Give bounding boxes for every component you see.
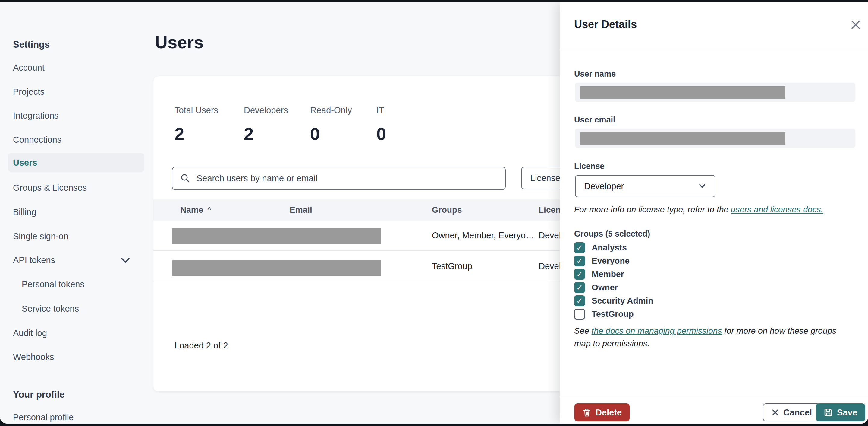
stat-label: Read-Only [310, 105, 352, 115]
group-option-security-admin[interactable]: ✓ Security Admin [574, 294, 653, 307]
app-root: Settings Account Projects Integrations C… [0, 0, 868, 426]
user-name-label: User name [574, 69, 616, 79]
groups-label: Groups (5 selected) [574, 229, 650, 239]
stat-value: 0 [310, 124, 352, 144]
panel-footer: Delete Cancel Save [560, 396, 868, 424]
close-icon [771, 408, 779, 416]
sidebar-item-integrations[interactable]: Integrations [13, 111, 59, 121]
managing-permissions-docs-link[interactable]: the docs on managing permissions [592, 326, 722, 336]
panel-title: User Details [574, 18, 637, 31]
redacted-user-email [581, 132, 785, 144]
sidebar-item-users[interactable]: Users [13, 158, 37, 168]
column-header-name[interactable]: Name^ [180, 205, 211, 215]
sidebar-item-service-tokens[interactable]: Service tokens [22, 304, 79, 314]
your-profile-heading: Your profile [13, 389, 65, 400]
settings-sidebar: Settings Account Projects Integrations C… [0, 2, 153, 424]
license-note: For more info on license type, refer to … [574, 203, 849, 216]
search-input[interactable] [196, 173, 497, 184]
user-name-input[interactable] [575, 83, 855, 102]
group-option-label: TestGroup [592, 309, 633, 319]
redacted-name-email [173, 260, 381, 276]
column-header-groups[interactable]: Groups [432, 205, 462, 215]
group-option-owner[interactable]: ✓ Owner [574, 281, 618, 294]
sidebar-item-api-tokens[interactable]: API tokens [13, 255, 55, 265]
user-email-input[interactable] [575, 129, 855, 148]
delete-button-label: Delete [595, 407, 622, 418]
group-option-member[interactable]: ✓ Member [574, 267, 624, 281]
trash-icon [582, 407, 591, 417]
stat-it: IT 0 [376, 105, 386, 144]
groups-cell: Owner, Member, Everyo… [432, 221, 534, 250]
settings-heading: Settings [13, 39, 50, 50]
delete-button[interactable]: Delete [575, 403, 629, 422]
sidebar-item-groups-licenses[interactable]: Groups & Licenses [13, 183, 87, 193]
user-email-label: User email [574, 115, 615, 124]
group-option-label: Security Admin [592, 296, 653, 306]
stat-value: 2 [175, 124, 218, 144]
stat-developers: Developers 2 [244, 105, 288, 144]
page-title: Users [155, 32, 204, 52]
checkbox-unchecked-icon[interactable] [574, 309, 585, 319]
checkbox-checked-icon[interactable]: ✓ [574, 256, 585, 266]
license-label: License [574, 162, 604, 171]
license-select-value: Developer [584, 181, 624, 191]
sidebar-item-single-sign-on[interactable]: Single sign-on [13, 231, 68, 242]
sidebar-item-personal-tokens[interactable]: Personal tokens [22, 279, 84, 289]
search-icon [180, 173, 190, 183]
group-option-label: Member [592, 269, 624, 279]
stat-total-users: Total Users 2 [175, 105, 218, 144]
permissions-note-text: See [574, 326, 592, 336]
sidebar-item-projects[interactable]: Projects [13, 87, 44, 97]
save-icon [824, 408, 833, 417]
chevron-down-icon[interactable] [119, 256, 131, 265]
save-button-label: Save [837, 407, 858, 418]
stat-label: Developers [244, 105, 288, 115]
license-note-text: For more info on license type, refer to … [574, 205, 731, 214]
redacted-name-email [173, 228, 381, 244]
stat-label: IT [376, 105, 386, 115]
stat-label: Total Users [175, 105, 218, 115]
group-option-label: Analysts [592, 243, 627, 253]
sort-asc-icon: ^ [207, 205, 211, 215]
search-input-wrap [172, 167, 506, 190]
chevron-down-icon [698, 183, 707, 189]
stat-value: 2 [244, 124, 288, 144]
group-option-label: Owner [592, 283, 618, 292]
save-button[interactable]: Save [816, 403, 865, 422]
permissions-note: See the docs on managing permissions for… [574, 324, 849, 350]
groups-cell: TestGroup [432, 251, 472, 281]
loaded-status: Loaded 2 of 2 [175, 341, 228, 350]
redacted-user-name [581, 86, 785, 98]
users-licenses-docs-link[interactable]: users and licenses docs. [731, 205, 824, 214]
group-option-testgroup[interactable]: TestGroup [574, 307, 633, 321]
group-option-analysts[interactable]: ✓ Analysts [574, 241, 627, 254]
checkbox-checked-icon[interactable]: ✓ [574, 295, 585, 306]
cancel-button[interactable]: Cancel [763, 403, 820, 422]
panel-header-divider [560, 49, 868, 50]
checkbox-checked-icon[interactable]: ✓ [574, 269, 585, 280]
sidebar-item-billing[interactable]: Billing [13, 207, 36, 217]
user-details-panel: User Details User name User email Licens… [560, 2, 868, 424]
checkbox-checked-icon[interactable]: ✓ [574, 282, 585, 293]
close-icon[interactable] [848, 18, 863, 32]
stat-read-only: Read-Only 0 [310, 105, 352, 144]
checkbox-checked-icon[interactable]: ✓ [574, 242, 585, 253]
group-option-label: Everyone [592, 256, 629, 266]
column-header-email[interactable]: Email [290, 205, 312, 215]
sidebar-item-audit-log[interactable]: Audit log [13, 328, 47, 338]
cancel-button-label: Cancel [783, 407, 812, 418]
app-window: Settings Account Projects Integrations C… [0, 2, 868, 424]
stat-value: 0 [376, 124, 386, 144]
group-option-everyone[interactable]: ✓ Everyone [574, 254, 629, 267]
sidebar-item-connections[interactable]: Connections [13, 135, 61, 145]
sidebar-item-webhooks[interactable]: Webhooks [13, 352, 54, 362]
sidebar-item-account[interactable]: Account [13, 63, 44, 73]
sidebar-item-personal-profile[interactable]: Personal profile [13, 413, 74, 422]
license-select[interactable]: Developer [575, 175, 715, 197]
